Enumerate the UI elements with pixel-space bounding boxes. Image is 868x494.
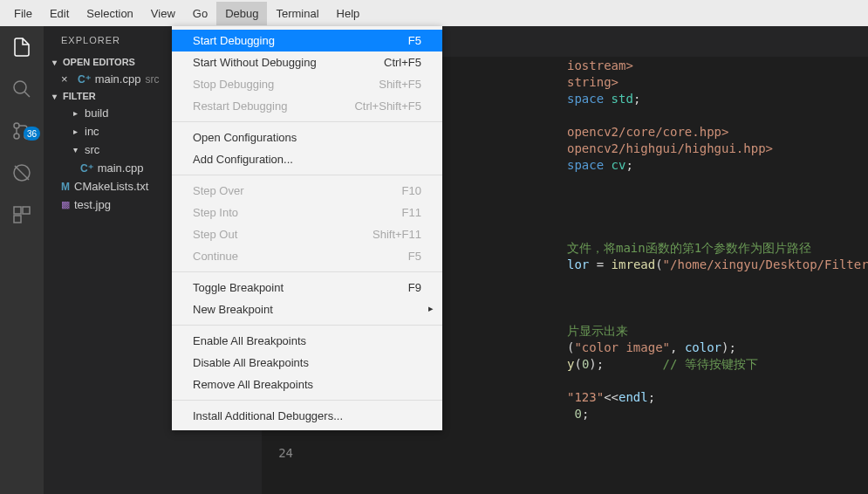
image-file-icon: ▩ <box>61 199 70 210</box>
debug-icon[interactable] <box>11 162 32 183</box>
menu-separator <box>172 271 442 272</box>
menu-item-remove-all-breakpoints[interactable]: Remove All Breakpoints <box>172 374 442 395</box>
cpp-file-icon: C⁺ <box>80 162 93 175</box>
menu-selection[interactable]: Selection <box>78 2 141 25</box>
menu-view[interactable]: View <box>142 2 184 25</box>
scm-badge: 36 <box>24 127 40 141</box>
cpp-file-icon: C⁺ <box>78 73 91 86</box>
chevron-down-icon <box>49 58 59 67</box>
menu-item-step-out: Step OutShift+F11 <box>172 223 442 245</box>
menu-item-enable-all-breakpoints[interactable]: Enable All Breakpoints <box>172 330 442 352</box>
chevron-right-icon <box>70 108 80 118</box>
m-file-icon: M <box>61 181 70 193</box>
svg-rect-7 <box>23 207 30 214</box>
svg-rect-6 <box>14 207 21 214</box>
menu-item-continue: ContinueF5 <box>172 245 442 267</box>
files-icon[interactable] <box>11 37 32 58</box>
close-icon[interactable]: × <box>61 72 73 86</box>
menu-separator <box>172 121 442 122</box>
menu-item-start-without-debugging[interactable]: Start Without DebuggingCtrl+F5 <box>172 51 442 73</box>
search-icon[interactable] <box>11 79 32 99</box>
menu-item-disable-all-breakpoints[interactable]: Disable All Breakpoints <box>172 352 442 374</box>
menu-item-stop-debugging: Stop DebuggingShift+F5 <box>172 73 442 95</box>
svg-point-0 <box>14 81 26 93</box>
chevron-right-icon <box>70 127 80 136</box>
menu-item-toggle-breakpoint[interactable]: Toggle BreakpointF9 <box>172 277 442 298</box>
menu-debug[interactable]: Debug <box>216 2 267 25</box>
menu-item-new-breakpoint[interactable]: New Breakpoint <box>172 298 442 320</box>
chevron-down-icon <box>49 92 59 101</box>
menu-go[interactable]: Go <box>184 2 216 25</box>
menu-file[interactable]: File <box>5 2 41 25</box>
line-gutter: 24 <box>262 445 305 462</box>
menu-separator <box>172 400 442 401</box>
menu-separator <box>172 175 442 175</box>
menu-item-add-configuration[interactable]: Add Configuration... <box>172 148 442 170</box>
menu-edit[interactable]: Edit <box>41 2 78 25</box>
menu-bar: FileEditSelectionViewGoDebugTerminalHelp <box>0 0 868 26</box>
menu-terminal[interactable]: Terminal <box>267 2 327 25</box>
svg-rect-8 <box>14 216 21 223</box>
activity-bar: 36 <box>0 26 44 494</box>
menu-item-step-into: Step IntoF11 <box>172 202 442 223</box>
menu-item-install-additional-debuggers[interactable]: Install Additional Debuggers... <box>172 405 442 427</box>
menu-item-open-configurations[interactable]: Open Configurations <box>172 127 442 148</box>
svg-line-1 <box>24 92 30 97</box>
extensions-icon[interactable] <box>11 204 32 225</box>
menu-item-step-over: Step OverF10 <box>172 180 442 202</box>
svg-point-2 <box>14 123 19 128</box>
menu-separator <box>172 325 442 326</box>
svg-point-4 <box>14 134 19 139</box>
debug-menu-dropdown: Start DebuggingF5Start Without Debugging… <box>172 26 442 430</box>
menu-item-restart-debugging: Restart DebuggingCtrl+Shift+F5 <box>172 95 442 117</box>
chevron-down-icon <box>70 145 80 154</box>
menu-item-start-debugging[interactable]: Start DebuggingF5 <box>172 30 442 51</box>
menu-help[interactable]: Help <box>328 2 369 25</box>
